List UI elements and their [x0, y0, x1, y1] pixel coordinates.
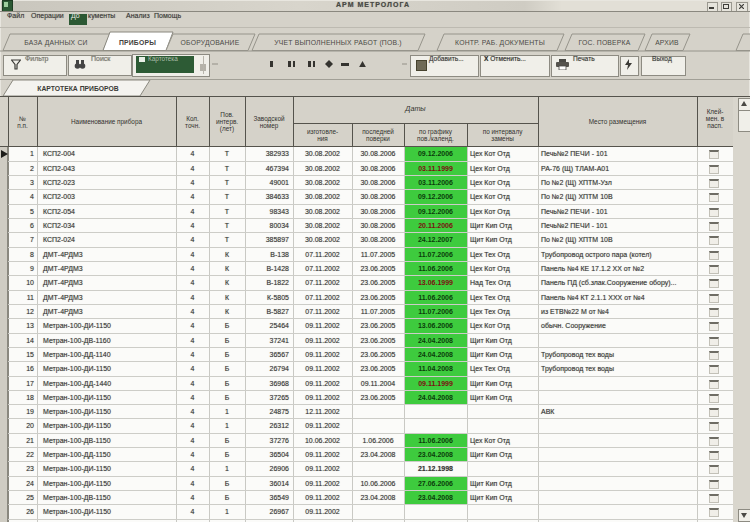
- svg-text:КОНТР. РАБ. ДОКУМЕНТЫ: КОНТР. РАБ. ДОКУМЕНТЫ: [455, 39, 545, 47]
- svg-text:ГОС. ПОВЕРКА: ГОС. ПОВЕРКА: [579, 39, 631, 46]
- svg-text:УЧЕТ ВЫПОЛНЕННЫХ РАБОТ (ПОВ.): УЧЕТ ВЫПОЛНЕННЫХ РАБОТ (ПОВ.): [274, 39, 401, 47]
- svg-text:КАРТОТЕКА ПРИБОРОВ: КАРТОТЕКА ПРИБОРОВ: [37, 85, 119, 92]
- svg-text:ОБОРУДОВАНИЕ: ОБОРУДОВАНИЕ: [181, 39, 240, 47]
- svg-text:ПРИБОРЫ: ПРИБОРЫ: [119, 39, 156, 46]
- svg-text:АРХИВ: АРХИВ: [655, 39, 679, 46]
- svg-text:БАЗА ДАННЫХ СИ: БАЗА ДАННЫХ СИ: [24, 39, 87, 47]
